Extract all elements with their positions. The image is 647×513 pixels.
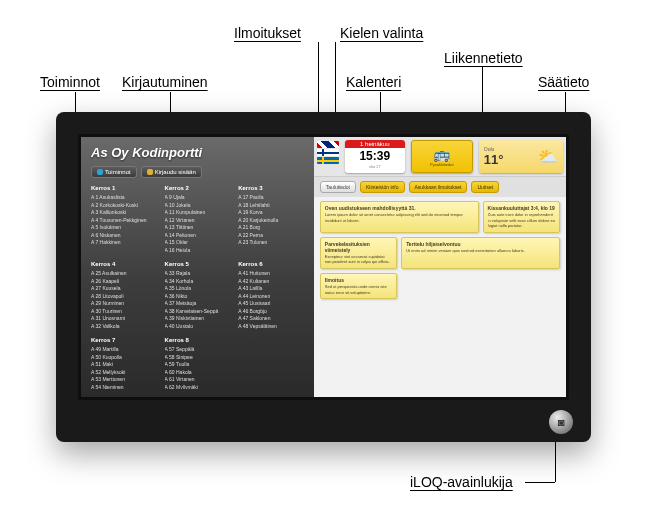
resident-entry: A 49 Martilla — [91, 346, 157, 354]
resident-entry: A 59 Tuolla — [165, 361, 231, 369]
flag-uk-icon[interactable] — [317, 141, 339, 148]
language-selector[interactable] — [314, 137, 342, 176]
note-body: Lorem ipsum dolor sit amet consectetur a… — [325, 212, 474, 223]
resident-entry: A 44 Leinonen — [238, 293, 304, 301]
resident-entry: A 29 Nurminen — [91, 300, 157, 308]
resident-entry: A 10 Jokela — [165, 202, 231, 210]
resident-entry: A 16 Heiula — [165, 247, 231, 255]
resident-entry: A 6 Niskanen — [91, 232, 157, 240]
resident-entry: A 11 Kumpulainen — [165, 209, 231, 217]
resident-entry: A 35 Lönola — [165, 285, 231, 293]
tab-taulutiedot[interactable]: Taulutiedot — [320, 181, 356, 193]
weather-widget[interactable]: Oulu 11° ⛅ — [479, 140, 563, 173]
resident-entry: A 32 Vallkola — [91, 323, 157, 331]
resident-entry: A 39 Niskivtiainen — [165, 315, 231, 323]
resident-entry: A 7 Hakkinen — [91, 239, 157, 247]
resident-entry: A 58 Sinipee — [165, 354, 231, 362]
keyhole-icon: ◙ — [558, 416, 565, 428]
floor-heading: Kerros 2 — [165, 184, 231, 193]
resident-entry: A 31 Unosnami — [91, 315, 157, 323]
callout-toiminnot: Toiminnot — [40, 74, 100, 90]
tab-uutiset[interactable]: Uutiset — [471, 181, 499, 193]
widget-bar: 1 heinäkuu 15:39 vko 27 🚌 Pysäkkitiedot … — [314, 137, 566, 177]
note-card[interactable]: Oven uudistukseen mahdollisyyttä 31.Lore… — [320, 201, 479, 233]
left-panel: As Oy Kodinportti Toiminnot Kirjaudu sis… — [81, 137, 314, 397]
callout-kirjautuminen: Kirjautuminen — [122, 74, 208, 90]
floor-column: Kerros 8A 57 SeppäläA 58 SinipeeA 59 Tuo… — [165, 336, 231, 389]
resident-entry: A 26 Kaapeli — [91, 278, 157, 286]
iloq-key-reader[interactable]: ◙ — [549, 410, 573, 434]
resident-directory: Kerros 1A 1 AsukaslistaA 2 Korkokoski-Ko… — [91, 184, 304, 389]
floor-column: Kerros 1A 1 AsukaslistaA 2 Korkokoski-Ko… — [91, 184, 157, 254]
resident-entry: A 48 Vepsäläinen — [238, 323, 304, 331]
resident-entry: A 4 Tuusunen-Pekkginen — [91, 217, 157, 225]
resident-entry: A 23 Tulonen — [238, 239, 304, 247]
notes-area: Oven uudistukseen mahdollisyyttä 31.Lore… — [314, 197, 566, 397]
floor-list: A 33 RajalaA 34 KorholaA 35 LönolaA 36 N… — [165, 270, 231, 330]
resident-entry: A 46 Borgbjo — [238, 308, 304, 316]
note-card[interactable]: Kissankuuluttajat 3:4, klo 19Duis aute i… — [483, 201, 560, 233]
resident-entry: A 18 Lehtilahti — [238, 202, 304, 210]
note-body: Excepteur sint occaecat cupidatat non pr… — [325, 254, 392, 265]
resident-entry: A 47 Saklonen — [238, 315, 304, 323]
resident-entry: A 1 Asukaslista — [91, 194, 157, 202]
resident-entry: A 42 Kultanen — [238, 278, 304, 286]
callout-ilmoitukset: Ilmoitukset — [234, 25, 301, 41]
floor-heading: Kerros 8 — [165, 336, 231, 345]
note-card[interactable]: Parvekelasituksien viimeistelyExcepteur … — [320, 237, 397, 269]
callout-kielen-valinta: Kielen valinta — [340, 25, 423, 41]
calendar-widget[interactable]: 1 heinäkuu 15:39 vko 27 — [345, 140, 405, 173]
resident-entry: A 17 Paulla — [238, 194, 304, 202]
resident-entry: A 22 Perna — [238, 232, 304, 240]
resident-entry: A 50 Kuopolla — [91, 354, 157, 362]
flag-se-icon[interactable] — [317, 157, 339, 164]
resident-entry: A 25 Asulkainen — [91, 270, 157, 278]
transit-label: Pysäkkitiedot — [430, 162, 454, 167]
resident-entry: A 9 Ujala — [165, 194, 231, 202]
resident-entry: A 53 Merttunen — [91, 376, 157, 384]
resident-entry: A 33 Rajala — [165, 270, 231, 278]
resident-entry: A 41 Huttunen — [238, 270, 304, 278]
floor-heading: Kerros 5 — [165, 260, 231, 269]
resident-entry: A 43 Laillla — [238, 285, 304, 293]
resident-entry: A 51 Maki — [91, 361, 157, 369]
login-button[interactable]: Kirjaudu sisään — [141, 166, 202, 178]
resident-entry: A 36 Nikto — [165, 293, 231, 301]
tab-row: Taulutiedot Kiinteistön info Asukkaan il… — [314, 177, 566, 197]
floor-heading: Kerros 3 — [238, 184, 304, 193]
floor-column: Kerros 5A 33 RajalaA 34 KorholaA 35 Löno… — [165, 260, 231, 330]
resident-entry: A 14 Peltonen — [165, 232, 231, 240]
callout-kalenteri: Kalenteri — [346, 74, 401, 90]
floor-heading: Kerros 7 — [91, 336, 157, 345]
calendar-date: 1 heinäkuu — [345, 140, 405, 148]
note-title: Kissankuuluttajat 3:4, klo 19 — [488, 205, 555, 211]
floor-column: Kerros 3A 17 PaullaA 18 LehtilahtiA 19 K… — [238, 184, 304, 254]
floor-heading: Kerros 4 — [91, 260, 157, 269]
resident-entry: A 21 Borg — [238, 224, 304, 232]
line — [525, 482, 555, 483]
toiminnot-button[interactable]: Toiminnot — [91, 166, 137, 178]
resident-entry: A 61 Virtanen — [165, 376, 231, 384]
resident-entry: A 20 Karjukeinolla — [238, 217, 304, 225]
resident-entry: A 38 Karvelaisen-Seppä — [165, 308, 231, 316]
resident-entry: A 2 Korkokoski-Koski — [91, 202, 157, 210]
app-title: As Oy Kodinportti — [91, 145, 304, 160]
floor-list: A 25 AsulkainenA 26 KaapeliA 27 KuuselaA… — [91, 270, 157, 330]
resident-entry: A 57 Seppälä — [165, 346, 231, 354]
calendar-time: 15:39 — [345, 148, 405, 164]
note-card[interactable]: IlmoitusSed ut perspiciatis unde omnis i… — [320, 273, 397, 299]
note-body: Ut enim ad minim veniam quis nostrud exe… — [406, 248, 555, 254]
note-title: Terttelu hiljaiselvontuu — [406, 241, 555, 247]
tab-kiinteiston-info[interactable]: Kiinteistön info — [360, 181, 405, 193]
weather-icon: ⛅ — [538, 147, 558, 166]
floor-heading: Kerros 6 — [238, 260, 304, 269]
flag-fi-icon[interactable] — [317, 149, 339, 156]
tab-asukkaan-ilmoitukset[interactable]: Asukkaan ilmoitukset — [409, 181, 468, 193]
resident-entry: A 37 Metsäoja — [165, 300, 231, 308]
transit-widget[interactable]: 🚌 Pysäkkitiedot — [411, 140, 473, 173]
resident-entry: A 54 Nieminen — [91, 384, 157, 390]
floor-list: A 49 MartillaA 50 KuopollaA 51 MakiA 52 … — [91, 346, 157, 389]
note-card[interactable]: Terttelu hiljaiselvontuuUt enim ad minim… — [401, 237, 560, 269]
button-bar: Toiminnot Kirjaudu sisään — [91, 166, 304, 178]
floor-heading: Kerros 1 — [91, 184, 157, 193]
